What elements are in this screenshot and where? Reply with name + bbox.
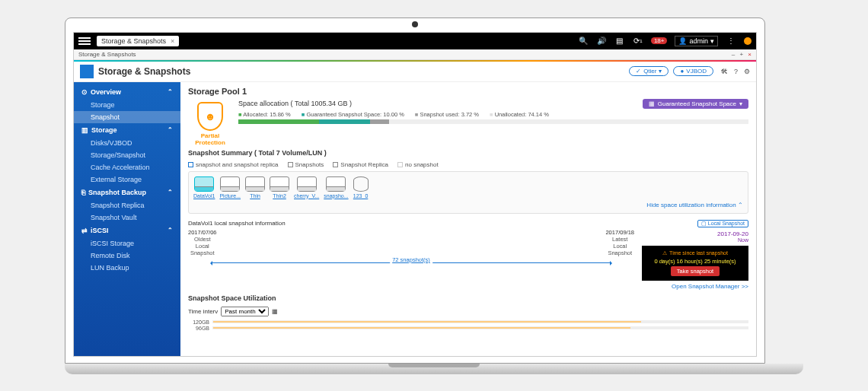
- volume-item[interactable]: cherry_V...: [294, 176, 319, 199]
- volume-item[interactable]: snapsho...: [324, 176, 348, 199]
- sidebar-item-cache[interactable]: Cache Acceleration: [74, 161, 180, 173]
- window-tab[interactable]: Storage & Snapshots ×: [97, 36, 179, 46]
- tool-icon[interactable]: 🛠: [721, 68, 728, 75]
- info-title: DataVol1 local snapshot information: [188, 220, 634, 227]
- disk-icon: [220, 176, 240, 192]
- cylinder-icon: [353, 176, 369, 192]
- chevron-down-icon: ▾: [710, 37, 714, 45]
- volume-item[interactable]: Picture...: [219, 176, 241, 199]
- allocation-bar: [238, 119, 748, 124]
- summary-title: Snapshot Summary ( Total 7 Volume/LUN ): [188, 149, 748, 157]
- refresh-icon[interactable]: ⟳1: [633, 36, 643, 46]
- sidebar-item-vault[interactable]: Snapshot Vault: [74, 211, 180, 224]
- sidebar-group-storage[interactable]: ▥Storage⌃: [74, 123, 180, 137]
- sidebar-item-remote-disk[interactable]: Remote Disk: [74, 250, 180, 262]
- now-date: 2017-09-20: [642, 230, 748, 237]
- dashboard-icon[interactable]: ▤: [614, 36, 625, 46]
- local-snapshot-badge: ▢ Local Snapshot: [697, 220, 748, 227]
- timeline: 72 snapshot(s): [211, 258, 611, 267]
- interval-select[interactable]: Past month: [221, 307, 269, 316]
- pool-title: Storage Pool 1: [188, 87, 748, 96]
- guaranteed-space-button[interactable]: ▦ Guaranteed Snapshot Space ▾: [643, 99, 748, 109]
- warning-icon: ⚠: [662, 250, 667, 256]
- disk-icon: [194, 176, 214, 192]
- user-icon: 👤: [678, 37, 687, 45]
- allocation-title: Space allocation ( Total 1005.34 GB ): [238, 100, 352, 107]
- menu-icon[interactable]: [78, 37, 91, 45]
- sidebar-item-replica[interactable]: Snapshot Replica: [74, 199, 180, 211]
- open-manager-link[interactable]: Open Snapshot Manager >>: [642, 283, 748, 290]
- sidebar-item-lun-backup[interactable]: LUN Backup: [74, 262, 180, 274]
- sidebar-item-iscsi-storage[interactable]: iSCSI Storage: [74, 237, 180, 250]
- sidebar-group-overview[interactable]: ⊙Overview⌃: [74, 85, 180, 99]
- volume-item[interactable]: Thin2: [270, 176, 289, 199]
- user-label: admin: [689, 37, 708, 45]
- user-menu[interactable]: 👤 admin ▾: [675, 36, 718, 46]
- sidebar-item-disks[interactable]: Disks/VJBOD: [74, 137, 180, 149]
- window-maximize[interactable]: +: [739, 51, 743, 58]
- help-icon[interactable]: ?: [734, 68, 738, 75]
- qtier-button[interactable]: ✓ Qtier ▾: [629, 66, 669, 76]
- window-minimize[interactable]: –: [732, 51, 735, 58]
- vjbod-button[interactable]: ● VJBOD: [673, 66, 713, 76]
- sidebar-item-snapshot[interactable]: Snapshot: [74, 111, 180, 123]
- app-icon: [80, 65, 94, 78]
- more-icon[interactable]: ⋮: [726, 36, 736, 46]
- window-close[interactable]: ×: [748, 51, 752, 58]
- take-snapshot-button[interactable]: Take snapshot: [671, 266, 720, 276]
- allocation-legend: Allocated: 15.86 % Guaranteed Snapshot S…: [238, 111, 748, 118]
- disk-icon: [270, 176, 289, 192]
- filter-replica[interactable]: Snapshot Replica: [333, 161, 388, 168]
- sidebar-group-iscsi[interactable]: ⇄iSCSI⌃: [74, 224, 180, 237]
- time-since-panel: ⚠Time since last snapshot 0 day(s) 16 ho…: [642, 246, 748, 281]
- time-since-value: 0 day(s) 16 hour(s) 25 minute(s): [646, 258, 744, 265]
- filter-row: snapshot and snapshot replica Snapshots …: [188, 161, 748, 168]
- filter-none[interactable]: no snapshot: [397, 161, 439, 168]
- sidebar-item-storagesnap[interactable]: Storage/Snapshot: [74, 149, 180, 161]
- volume-item[interactable]: DataVol1: [193, 176, 215, 199]
- page-title: Storage & Snapshots: [98, 66, 624, 77]
- sidebar-item-storage[interactable]: Storage: [74, 99, 180, 111]
- disk-icon: [326, 176, 346, 192]
- filter-both[interactable]: snapshot and snapshot replica: [188, 161, 279, 168]
- utilization-chart: 120GB 96GB: [188, 319, 748, 331]
- help-icon[interactable]: [744, 37, 752, 45]
- shield-icon: ☻: [197, 102, 223, 131]
- sidebar-group-backup[interactable]: ⎘Snapshot Backup⌃: [74, 186, 180, 199]
- hide-utilization-link[interactable]: Hide space utilization information ⌃: [193, 202, 743, 208]
- search-icon[interactable]: 🔍: [578, 36, 589, 46]
- disk-icon: [297, 176, 317, 192]
- volume-item[interactable]: 123_0: [353, 176, 369, 199]
- breadcrumb: Storage & Snapshots: [78, 51, 136, 58]
- volume-box: DataVol1 Picture... Thin Thin2 cherry_V.…: [188, 171, 748, 214]
- close-tab-icon[interactable]: ×: [171, 37, 174, 45]
- calendar-icon[interactable]: ▦: [272, 308, 278, 315]
- snapshot-count-link[interactable]: 72 snapshot(s): [390, 256, 432, 263]
- sidebar: ⊙Overview⌃ Storage Snapshot ▥Storage⌃ Di…: [74, 82, 180, 356]
- now-label: Now: [642, 237, 748, 243]
- disk-icon: [245, 176, 265, 192]
- notification-badge[interactable]: 18+: [651, 37, 668, 44]
- tab-title: Storage & Snapshots: [101, 37, 166, 45]
- filter-snapshots[interactable]: Snapshots: [288, 161, 324, 168]
- volume-item[interactable]: Thin: [245, 176, 265, 199]
- interval-label: Time interv: [188, 308, 218, 315]
- gear-icon[interactable]: ⚙: [744, 68, 750, 75]
- utilization-title: Snapshot Space Utilization: [188, 294, 748, 302]
- volume-icon[interactable]: 🔊: [596, 36, 607, 46]
- protection-label: Partial Protection: [188, 132, 232, 146]
- sidebar-item-external[interactable]: External Storage: [74, 173, 180, 186]
- protection-badge: ☻ Partial Protection: [188, 102, 232, 146]
